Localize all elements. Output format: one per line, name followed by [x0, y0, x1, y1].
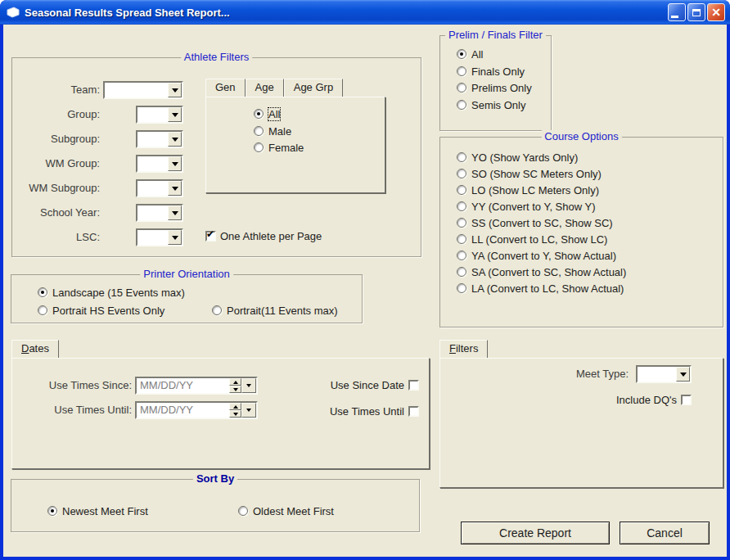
- dropdown-arrow-icon[interactable]: [168, 230, 182, 245]
- filters-tab-panel: Meet Type: Include DQ's: [439, 358, 723, 488]
- radio-icon: [457, 83, 466, 93]
- checkbox-icon: [681, 395, 692, 405]
- cancel-button[interactable]: Cancel: [620, 522, 710, 544]
- dropdown-arrow-icon[interactable]: [168, 107, 182, 122]
- use-times-since-field[interactable]: MM/DD/YY: [135, 377, 258, 395]
- radio-label: YA (Convert to Y, Show Actual): [471, 250, 616, 262]
- radio-label: Newest Meet First: [62, 505, 148, 517]
- team-label: Team:: [16, 81, 100, 99]
- maximize-button[interactable]: [687, 3, 705, 21]
- school-year-select[interactable]: [136, 204, 183, 222]
- radio-icon: [457, 49, 466, 59]
- radio-gender-male[interactable]: Male: [254, 124, 291, 138]
- checkbox-label: One Athlete per Page: [220, 230, 322, 242]
- tab-filters[interactable]: Filters: [439, 340, 488, 358]
- radio-icon: [457, 234, 466, 244]
- radio-pf-all[interactable]: All: [457, 47, 483, 61]
- tab-dates[interactable]: Dates: [11, 340, 59, 358]
- spin-up-icon[interactable]: [229, 378, 241, 386]
- minimize-button[interactable]: [668, 3, 686, 21]
- include-dqs-checkbox[interactable]: Include DQ's: [555, 393, 692, 406]
- radio-landscape[interactable]: Landscape (15 Events max): [38, 286, 185, 299]
- wm-group-label: WM Group:: [16, 155, 100, 173]
- radio-label: SS (Convert to SC, Show SC): [471, 217, 613, 229]
- dropdown-arrow-icon[interactable]: [168, 156, 182, 171]
- use-times-until-checkbox[interactable]: Use Times Until: [295, 404, 419, 418]
- wm-group-select[interactable]: [136, 155, 183, 173]
- radio-finals-only[interactable]: Finals Only: [457, 65, 525, 78]
- radio-label: All: [268, 108, 280, 120]
- wm-subgroup-label: WM Subgroup:: [16, 179, 100, 197]
- radio-course-ya[interactable]: YA (Convert to Y, Show Actual): [457, 249, 616, 262]
- radio-prelims-only[interactable]: Prelims Only: [457, 81, 532, 94]
- radio-label: LA (Convert to LC, Show Actual): [471, 282, 624, 295]
- dropdown-arrow-icon[interactable]: [168, 205, 182, 220]
- radio-newest-meet-first[interactable]: Newest Meet First: [47, 504, 148, 517]
- title-bar[interactable]: Seasonal Results Spread Sheet Report... …: [0, 0, 730, 25]
- radio-gender-female[interactable]: Female: [254, 141, 304, 154]
- lsc-select[interactable]: [136, 228, 183, 246]
- radio-label: Female: [268, 142, 304, 154]
- team-select[interactable]: [103, 81, 183, 99]
- prelim-finals-filter-title: Prelim / Finals Filter: [445, 29, 546, 41]
- radio-oldest-meet-first[interactable]: Oldest Meet First: [238, 504, 334, 517]
- radio-semis-only[interactable]: Semis Only: [457, 98, 525, 111]
- group-select[interactable]: [136, 106, 183, 124]
- tab-age[interactable]: Age: [246, 79, 284, 97]
- calendar-dropdown-icon[interactable]: [241, 378, 256, 393]
- radio-course-lo[interactable]: LO (Show LC Meters Only): [457, 183, 599, 196]
- spin-down-icon[interactable]: [229, 386, 241, 393]
- use-times-until-label: Use Times Until:: [17, 402, 132, 418]
- one-athlete-per-page-checkbox[interactable]: One Athlete per Page: [205, 229, 322, 242]
- sort-by-title: Sort By: [193, 472, 237, 485]
- subgroup-select[interactable]: [136, 130, 183, 148]
- radio-course-ll[interactable]: LL (Convert to LC, Show LC): [457, 233, 607, 246]
- window-title: Seasonal Results Spread Sheet Report...: [25, 7, 230, 19]
- gender-tab-control: Gen Age Age Grp All Male Female: [205, 79, 385, 193]
- use-since-date-checkbox[interactable]: Use Since Date: [295, 378, 419, 391]
- radio-icon: [238, 506, 248, 516]
- wm-subgroup-select[interactable]: [136, 179, 183, 197]
- radio-gender-all[interactable]: All: [254, 107, 280, 120]
- close-button[interactable]: ✕: [707, 3, 725, 21]
- radio-icon: [457, 169, 466, 178]
- dropdown-arrow-icon[interactable]: [168, 83, 182, 97]
- radio-portrait-hs[interactable]: Portrait HS Events Only: [38, 304, 164, 317]
- meet-type-select[interactable]: [636, 365, 692, 383]
- radio-label: Finals Only: [471, 65, 525, 78]
- radio-icon: [457, 218, 466, 228]
- date-spinner[interactable]: [229, 378, 241, 393]
- date-value: MM/DD/YY: [137, 403, 229, 418]
- radio-course-la[interactable]: LA (Convert to LC, Show Actual): [457, 282, 624, 295]
- dropdown-arrow-icon[interactable]: [168, 132, 182, 147]
- group-label: Group:: [16, 106, 100, 124]
- tab-age-grp[interactable]: Age Grp: [284, 79, 343, 97]
- dialog-body: Athlete Filters Team: Group: Subgroup: W…: [3, 25, 727, 557]
- radio-icon: [457, 66, 466, 76]
- tab-gen[interactable]: Gen: [205, 79, 246, 97]
- athlete-filters-group: Athlete Filters Team: Group: Subgroup: W…: [11, 57, 421, 257]
- radio-icon: [38, 305, 47, 315]
- course-options-group: Course Options YO (Show Yards Only) SO (…: [439, 137, 723, 327]
- dropdown-arrow-icon[interactable]: [676, 367, 690, 382]
- checkbox-icon: [408, 406, 419, 417]
- radio-course-ss[interactable]: SS (Convert to SC, Show SC): [457, 216, 613, 229]
- dropdown-arrow-icon[interactable]: [168, 181, 182, 196]
- radio-portrait-11[interactable]: Portrait(11 Events max): [212, 304, 338, 317]
- radio-course-yy[interactable]: YY (Convert to Y, Show Y): [457, 200, 596, 213]
- radio-course-so[interactable]: SO (Show SC Meters Only): [457, 167, 602, 180]
- radio-icon: [47, 506, 57, 516]
- radio-label: Semis Only: [471, 99, 525, 111]
- checkbox-label: Use Times Until: [330, 405, 404, 418]
- use-times-until-field[interactable]: MM/DD/YY: [135, 401, 258, 419]
- meet-type-label: Meet Type:: [473, 365, 629, 383]
- lsc-label: LSC:: [16, 228, 100, 246]
- calendar-dropdown-icon[interactable]: [241, 403, 256, 418]
- create-report-button[interactable]: Create Report: [461, 522, 610, 544]
- spin-down-icon[interactable]: [229, 410, 241, 418]
- radio-course-yo[interactable]: YO (Show Yards Only): [457, 151, 578, 164]
- checkbox-label: Use Since Date: [331, 379, 404, 391]
- date-spinner[interactable]: [229, 403, 241, 418]
- radio-course-sa[interactable]: SA (Convert to SC, Show Actual): [457, 265, 626, 278]
- spin-up-icon[interactable]: [229, 403, 241, 410]
